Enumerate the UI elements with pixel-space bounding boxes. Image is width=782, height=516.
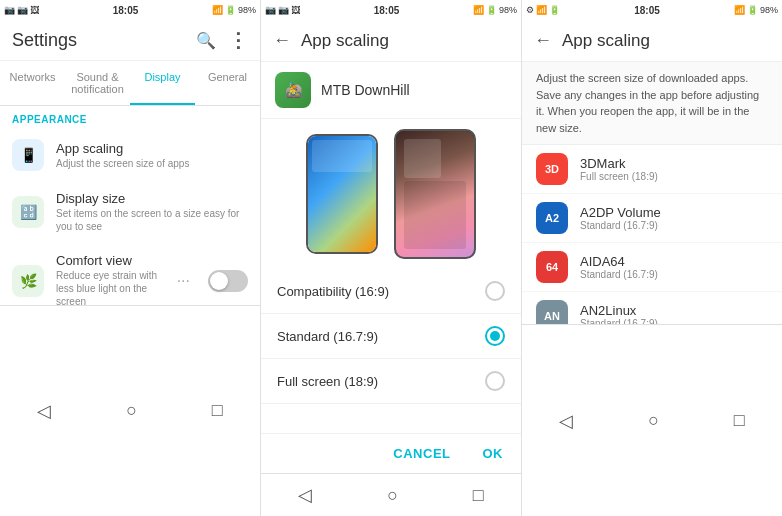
comfort-view-icon: 🌿 [12, 265, 44, 297]
back-btn-2[interactable]: ◁ [286, 480, 324, 510]
battery-pct-3: 98% [760, 5, 778, 15]
status-bar-3: ⚙ 📶 🔋 18:05 📶 🔋 98% [522, 0, 782, 20]
battery-pct-1: 98% [238, 5, 256, 15]
camera-icon-2: 📷 [265, 5, 276, 15]
app-list-item[interactable]: 64 AIDA64 Standard (16.7:9) [522, 243, 782, 292]
option-standard-label: Standard (16.7:9) [277, 329, 378, 344]
signal-icon: 📶 [212, 5, 223, 15]
status-icons-left-3: ⚙ 📶 🔋 [526, 5, 560, 15]
app-list-name: AN2Linux [580, 303, 768, 318]
camera-icon: 📷 [4, 5, 15, 15]
home-btn-2[interactable]: ○ [375, 481, 410, 510]
app-list-panel: ⚙ 📶 🔋 18:05 📶 🔋 98% ← App scaling Adjust… [522, 0, 782, 516]
image-icon: 🖼 [30, 5, 39, 15]
home-btn-3[interactable]: ○ [636, 406, 671, 435]
app-row: 🚵 MTB DownHill [261, 62, 521, 119]
option-compatibility[interactable]: Compatibility (16:9) [261, 269, 521, 314]
comfort-view-desc: Reduce eye strain with less blue light o… [56, 269, 165, 305]
app-list-icon: 3D [536, 153, 568, 185]
app-scaling-item[interactable]: 📱 App scaling Adjust the screen size of … [0, 129, 260, 181]
back-btn-1[interactable]: ◁ [25, 396, 63, 426]
settings-content: APPEARANCE 📱 App scaling Adjust the scre… [0, 106, 260, 305]
photo-element-2 [404, 181, 466, 250]
display-size-text: Display size Set items on the screen to … [56, 191, 248, 233]
settings-icon-3: ⚙ [526, 5, 534, 15]
display-size-desc: Set items on the screen to a size easy f… [56, 207, 248, 233]
preview-block-1 [312, 140, 372, 172]
app-scaling-text: App scaling Adjust the screen size of ap… [56, 141, 248, 170]
status-icons-left: 📷 📷 🖼 [4, 5, 39, 15]
app-list: 3D 3DMark Full screen (18:9) A2 A2DP Vol… [522, 145, 782, 324]
app-list-item[interactable]: 3D 3DMark Full screen (18:9) [522, 145, 782, 194]
tab-networks[interactable]: Networks [0, 61, 65, 105]
tab-display[interactable]: Display [130, 61, 195, 105]
battery-icon-3b: 🔋 [747, 5, 758, 15]
recent-btn-1[interactable]: □ [200, 396, 235, 425]
cancel-button[interactable]: CANCEL [387, 442, 456, 465]
settings-panel: 📷 📷 🖼 18:05 📶 🔋 98% Settings 🔍 ⋮ Network… [0, 0, 261, 516]
status-time-3: 18:05 [634, 5, 660, 16]
app-list-item[interactable]: AN AN2Linux Standard (16.7:9) [522, 292, 782, 324]
p3-back-btn[interactable]: ← [534, 30, 552, 51]
preview-bottom [341, 228, 344, 248]
image-icon-2: 🖼 [291, 5, 300, 15]
settings-actions: 🔍 ⋮ [196, 28, 248, 52]
phone-preview-area [261, 119, 521, 269]
status-bar-1: 📷 📷 🖼 18:05 📶 🔋 98% [0, 0, 260, 20]
p2-actions: CANCEL OK [261, 433, 521, 473]
option-standard[interactable]: Standard (16.7:9) [261, 314, 521, 359]
home-btn-1[interactable]: ○ [114, 396, 149, 425]
comfort-more-icon[interactable]: ··· [177, 272, 190, 290]
photo-element-1 [404, 139, 441, 178]
recent-btn-3[interactable]: □ [722, 406, 757, 435]
option-fullscreen-radio[interactable] [485, 371, 505, 391]
recent-btn-2[interactable]: □ [461, 481, 496, 510]
option-standard-radio[interactable] [485, 326, 505, 346]
app-list-item[interactable]: A2 A2DP Volume Standard (16.7:9) [522, 194, 782, 243]
tab-sound[interactable]: Sound & notification [65, 61, 130, 105]
option-fullscreen[interactable]: Full screen (18:9) [261, 359, 521, 404]
camera2-icon: 📷 [17, 5, 28, 15]
option-compatibility-radio[interactable] [485, 281, 505, 301]
comfort-view-item[interactable]: 🌿 Comfort view Reduce eye strain with le… [0, 243, 260, 305]
display-size-icon-glyph: 🔡 [20, 204, 37, 220]
back-btn-3[interactable]: ◁ [547, 406, 585, 436]
app-scaling-icon-glyph: 📱 [20, 147, 37, 163]
comfort-view-toggle[interactable] [208, 270, 248, 292]
phone-preview-large [394, 129, 476, 259]
option-compatibility-label: Compatibility (16:9) [277, 284, 389, 299]
phone-screen-small [308, 136, 376, 252]
signal-icon-2: 📶 [473, 5, 484, 15]
app-list-name: AIDA64 [580, 254, 768, 269]
search-icon[interactable]: 🔍 [196, 31, 216, 50]
status-icons-right-2: 📶 🔋 98% [473, 5, 517, 15]
app-scaling-desc: Adjust the screen size of apps [56, 157, 248, 170]
info-box: Adjust the screen size of downloaded app… [522, 62, 782, 145]
display-size-item[interactable]: 🔡 Display size Set items on the screen t… [0, 181, 260, 243]
more-icon[interactable]: ⋮ [228, 28, 248, 52]
status-icons-left-2: 📷 📷 🖼 [265, 5, 300, 15]
app-list-icon: 64 [536, 251, 568, 283]
app-name: MTB DownHill [321, 82, 410, 98]
app-list-text: AIDA64 Standard (16.7:9) [580, 254, 768, 280]
settings-header: Settings 🔍 ⋮ [0, 20, 260, 61]
p2-back-btn[interactable]: ← [273, 30, 291, 51]
status-icons-right-1: 📶 🔋 98% [212, 5, 256, 15]
bottom-nav-1: ◁ ○ □ [0, 305, 260, 517]
tab-general[interactable]: General [195, 61, 260, 105]
app-icon-glyph: 🚵 [285, 82, 302, 98]
app-scaling-title: App scaling [56, 141, 248, 156]
settings-tabs: Networks Sound & notification Display Ge… [0, 61, 260, 106]
status-bar-2: 📷 📷 🖼 18:05 📶 🔋 98% [261, 0, 521, 20]
settings-title: Settings [12, 30, 77, 51]
app-list-sub: Standard (16.7:9) [580, 220, 768, 231]
battery-icon-3a: 🔋 [549, 5, 560, 15]
app-list-name: A2DP Volume [580, 205, 768, 220]
ok-button[interactable]: OK [477, 442, 510, 465]
battery-icon-2: 🔋 [486, 5, 497, 15]
option-fullscreen-label: Full screen (18:9) [277, 374, 378, 389]
preview-grid [341, 176, 344, 224]
comfort-view-text: Comfort view Reduce eye strain with less… [56, 253, 165, 305]
p3-title: App scaling [562, 31, 650, 51]
app-list-text: 3DMark Full screen (18:9) [580, 156, 768, 182]
